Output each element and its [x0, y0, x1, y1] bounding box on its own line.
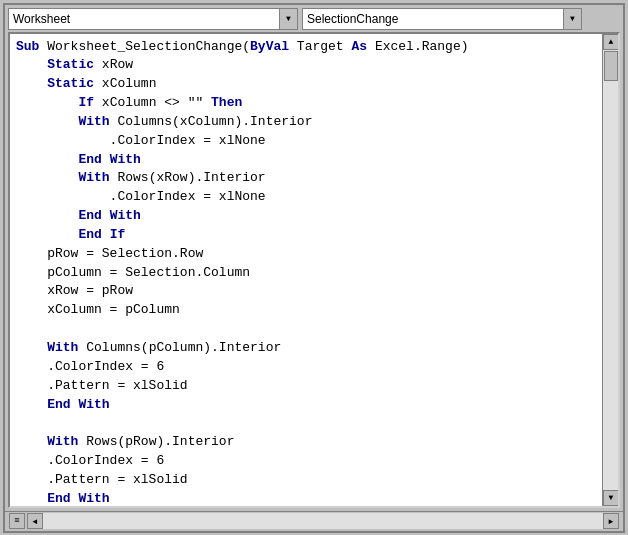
event-dropdown-label: SelectionChange	[303, 12, 563, 26]
worksheet-dropdown-label: Worksheet	[9, 12, 279, 26]
worksheet-dropdown-arrow[interactable]: ▼	[279, 9, 297, 29]
scroll-thumb[interactable]	[604, 51, 618, 81]
scroll-up-button[interactable]: ▲	[603, 34, 619, 50]
status-icon-1[interactable]: ≡	[9, 513, 25, 529]
h-scroll-track[interactable]	[43, 513, 603, 529]
toolbar-row: Worksheet ▼ SelectionChange ▼	[5, 5, 623, 32]
vbe-window: Worksheet ▼ SelectionChange ▼ Sub Worksh…	[3, 3, 625, 533]
code-scroll[interactable]: Sub Worksheet_SelectionChange(ByVal Targ…	[10, 34, 602, 506]
event-dropdown-arrow[interactable]: ▼	[563, 9, 581, 29]
worksheet-dropdown[interactable]: Worksheet ▼	[8, 8, 298, 30]
horizontal-scrollbar[interactable]: ◄ ►	[27, 513, 619, 529]
code-editor: Sub Worksheet_SelectionChange(ByVal Targ…	[8, 32, 620, 508]
scroll-track[interactable]	[603, 50, 618, 490]
status-bar: ≡ ◄ ►	[5, 511, 623, 531]
event-dropdown[interactable]: SelectionChange ▼	[302, 8, 582, 30]
scroll-right-button[interactable]: ►	[603, 513, 619, 529]
scroll-down-button[interactable]: ▼	[603, 490, 619, 506]
code-content: Sub Worksheet_SelectionChange(ByVal Targ…	[16, 38, 598, 506]
vertical-scrollbar[interactable]: ▲ ▼	[602, 34, 618, 506]
scroll-left-button[interactable]: ◄	[27, 513, 43, 529]
